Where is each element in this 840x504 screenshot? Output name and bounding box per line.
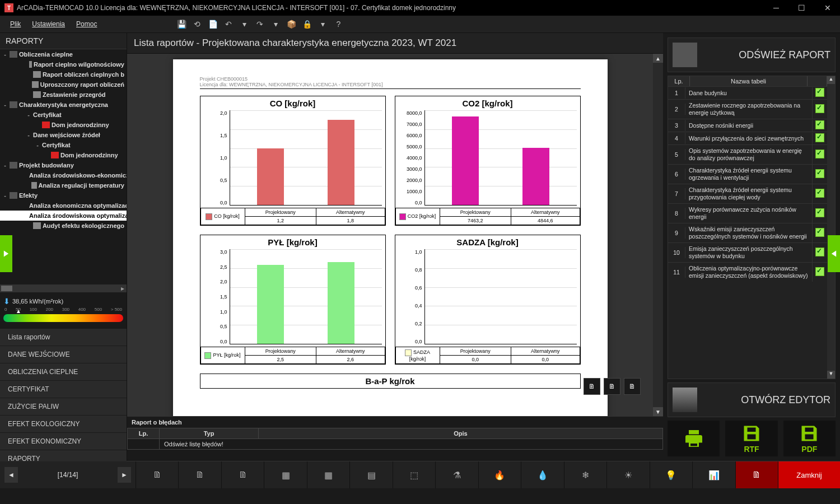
menu-ustawienia[interactable]: Ustawienia <box>27 18 69 30</box>
doc-action-3-button[interactable]: 🗎 <box>624 378 641 395</box>
save-icon[interactable]: 💾 <box>176 19 186 29</box>
checkbox[interactable] <box>815 133 824 142</box>
package-icon[interactable]: 📦 <box>286 19 296 29</box>
bottom-tab-8[interactable]: 🔥 <box>479 461 521 488</box>
sync-icon[interactable]: ⟲ <box>192 19 202 29</box>
minimize-button[interactable]: ─ <box>769 2 783 13</box>
tree-item[interactable]: Analiza regulacji temperatury <box>0 180 127 190</box>
tree-item[interactable]: Analiza ekonomiczna optymalizacji <box>0 200 127 211</box>
right-drawer-tab[interactable] <box>828 235 840 272</box>
error-row[interactable]: Odśwież listę błędów! <box>128 439 663 450</box>
report-tree[interactable]: -Obliczenia cieplneRaport cieplno wilgot… <box>0 49 127 284</box>
close-window-button[interactable]: ✕ <box>820 2 836 13</box>
checkbox[interactable] <box>815 88 824 97</box>
table-row[interactable]: 2Zestawienie rocznego zapotrzebowania na… <box>668 99 827 119</box>
print-button[interactable] <box>668 421 720 456</box>
tree-item[interactable]: -Dane wejściowe źródeł <box>0 130 127 140</box>
tree-item[interactable]: -Certyfikat <box>0 140 127 150</box>
sidenav-item[interactable]: Lista raportów <box>0 329 127 346</box>
copy-icon[interactable]: 📄 <box>208 19 218 29</box>
tree-item[interactable]: -Obliczenia cieplne <box>0 49 127 59</box>
checkbox[interactable] <box>815 189 824 198</box>
close-button[interactable]: Zamknij <box>778 461 840 488</box>
open-editor-button[interactable]: OTWÓRZ EDYTOR <box>668 382 836 417</box>
table-row[interactable]: 6Charakterystyka źródeł energii systemu … <box>668 164 827 184</box>
bottom-tab-5[interactable]: ▤ <box>350 461 393 488</box>
bottom-tab-3[interactable]: ▦ <box>264 461 307 488</box>
tree-item[interactable]: Dom jednorodzinny <box>0 150 127 160</box>
bottom-tab-6[interactable]: ⬚ <box>393 461 436 488</box>
sidenav-item[interactable]: DANE WEJŚCIOWE <box>0 346 127 363</box>
tree-item[interactable]: Audyt efektu ekologicznego <box>0 221 127 231</box>
bottom-tab-0[interactable]: 🗎 <box>136 461 179 488</box>
checkbox[interactable] <box>815 248 824 256</box>
document-viewport[interactable]: Projekt CHEB000015 Licencja dla: WEWNĘTR… <box>127 54 653 416</box>
table-row[interactable]: 4Warunki przyłączenia do sieci zewnętrzn… <box>668 132 827 144</box>
sidenav-item[interactable]: EFEKT EKOLOGICZNY <box>0 416 127 433</box>
tree-item[interactable]: Raport obliczeń cieplnych b <box>0 69 127 80</box>
page-prev-button[interactable]: ◄ <box>4 467 18 483</box>
bottom-tab-4[interactable]: ▦ <box>307 461 350 488</box>
help-icon[interactable]: ? <box>333 19 343 29</box>
tree-item[interactable]: Analiza środowiskowo-ekonomiczna <box>0 170 127 180</box>
refresh-report-button[interactable]: ODŚWIEŻ RAPORT <box>668 38 836 72</box>
bottom-tab-12[interactable]: 💡 <box>650 461 693 488</box>
table-row[interactable]: 5Opis systemów zapotrzebowania w energię… <box>668 144 827 164</box>
tree-horizontal-scrollbar[interactable]: ▸ <box>0 284 127 292</box>
checkbox[interactable] <box>815 169 824 178</box>
document-vertical-scrollbar[interactable]: ▲▼ <box>653 54 663 416</box>
table-row[interactable]: 7Charakterystyka źródeł energii systemu … <box>668 184 827 203</box>
tree-item[interactable]: Raport cieplno wilgotnościowy <box>0 59 127 69</box>
menu-plik[interactable]: Plik <box>6 18 25 30</box>
tree-item[interactable]: Dom jednorodzinny <box>0 120 127 130</box>
left-drawer-tab[interactable] <box>0 235 12 272</box>
tree-item[interactable]: Zestawienie przegród <box>0 90 127 100</box>
table-row[interactable]: 8Wykresy porównawcze zużycia nośników en… <box>668 203 827 223</box>
doc-action-1-button[interactable]: 🗎 <box>584 378 600 395</box>
table-row[interactable]: 9Wskaźniki emisji zanieczyszczeń poszcze… <box>668 223 827 242</box>
checkbox[interactable] <box>815 104 824 113</box>
page-next-button[interactable]: ► <box>118 467 131 483</box>
checkbox[interactable] <box>815 267 824 276</box>
redo-dropdown-icon[interactable]: ▾ <box>270 19 281 29</box>
undo-dropdown-icon[interactable]: ▾ <box>239 19 249 29</box>
sidenav-item[interactable]: ZUŻYCIE PALIW <box>0 398 127 416</box>
table-row[interactable]: 3Dostępne nośniki energii <box>668 119 827 132</box>
tree-item[interactable]: Analiza środowiskowa optymalizacji <box>0 211 127 221</box>
lock-dropdown-icon[interactable]: ▾ <box>318 19 328 29</box>
maximize-button[interactable]: ☐ <box>794 2 810 13</box>
redo-icon[interactable]: ↷ <box>255 19 265 29</box>
table-list-scrollbar[interactable]: ▲▼ <box>827 76 835 379</box>
tree-item[interactable]: -Certyfikat <box>0 110 127 120</box>
app-icon: T <box>4 3 13 12</box>
table-row[interactable]: 1Dane budynku <box>668 86 827 99</box>
tree-item[interactable]: -Charakterystyka energetyczna <box>0 100 127 110</box>
undo-icon[interactable]: ↶ <box>223 19 234 29</box>
checkbox[interactable] <box>815 150 824 158</box>
bottom-tab-9[interactable]: 💧 <box>521 461 564 488</box>
table-head-name: Nazwa tabeli <box>690 76 808 86</box>
bottom-tab-10[interactable]: ❄ <box>564 461 607 488</box>
sidenav-item[interactable]: OBLICZENIA CIEPLNE <box>0 363 127 381</box>
bottom-tab-14[interactable]: 🗎 <box>736 461 778 488</box>
bottom-tab-13[interactable]: 📊 <box>693 461 735 488</box>
table-row[interactable]: 11Obliczenia optymalizacyjno-porównawcze… <box>668 262 827 282</box>
checkbox[interactable] <box>815 120 824 129</box>
menu-pomoc[interactable]: Pomoc <box>72 18 101 30</box>
export-pdf-button[interactable]: PDF <box>783 421 836 456</box>
checkbox[interactable] <box>815 228 824 237</box>
lock-icon[interactable]: 🔒 <box>302 19 312 29</box>
tree-item[interactable]: -Efekty <box>0 190 127 200</box>
table-row[interactable]: 10Emisja zanieczyszczeń poszczególnych s… <box>668 242 827 262</box>
bottom-tab-11[interactable]: ☀ <box>607 461 650 488</box>
doc-action-2-button[interactable]: 🗎 <box>604 378 620 395</box>
checkbox[interactable] <box>815 208 824 217</box>
tree-item[interactable]: Uproszczony raport obliczeń <box>0 80 127 90</box>
bottom-tab-2[interactable]: 🗎 <box>222 461 264 488</box>
bottom-tab-7[interactable]: ⚗ <box>436 461 478 488</box>
export-rtf-button[interactable]: RTF <box>725 421 777 456</box>
sidenav-item[interactable]: CERTYFIKAT <box>0 381 127 398</box>
tree-item[interactable]: -Projekt budowlany <box>0 160 127 170</box>
bottom-tab-1[interactable]: 🗎 <box>179 461 221 488</box>
sidenav-item[interactable]: EFEKT EKONOMICZNY <box>0 433 127 450</box>
